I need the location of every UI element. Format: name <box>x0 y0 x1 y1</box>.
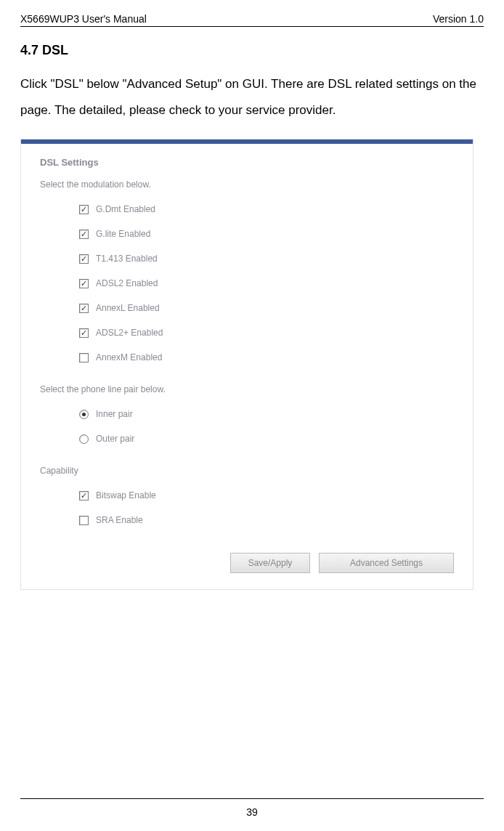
option-label: Inner pair <box>96 409 133 419</box>
option-label: AnnexM Enabled <box>96 352 162 362</box>
option-label: ADSL2+ Enabled <box>96 328 163 338</box>
checkbox-icon[interactable] <box>79 491 89 500</box>
radio-icon[interactable] <box>79 410 89 419</box>
checkbox-icon[interactable] <box>79 328 89 338</box>
page-footer: 39 <box>20 798 484 818</box>
phone-pair-option[interactable]: Outer pair <box>79 426 454 451</box>
option-label: ADSL2 Enabled <box>96 278 158 288</box>
button-row: Save/Apply Advanced Settings <box>40 553 454 573</box>
checkbox-icon[interactable] <box>79 230 89 239</box>
capability-option[interactable]: SRA Enable <box>79 508 454 532</box>
header-right: Version 1.0 <box>433 13 484 25</box>
modulation-option[interactable]: AnnexM Enabled <box>79 345 454 370</box>
checkbox-icon[interactable] <box>79 516 89 525</box>
checkbox-icon[interactable] <box>79 353 89 362</box>
page-number: 39 <box>246 806 258 818</box>
modulation-option[interactable]: ADSL2+ Enabled <box>79 320 454 345</box>
option-label: Bitswap Enable <box>96 490 156 500</box>
radio-icon[interactable] <box>79 434 89 444</box>
section-title: 4.7 DSL <box>20 43 484 58</box>
checkbox-icon[interactable] <box>79 304 89 313</box>
checkbox-icon[interactable] <box>79 279 89 288</box>
option-label: Outer pair <box>96 434 134 444</box>
option-label: AnnexL Enabled <box>96 303 160 313</box>
phone-pair-option[interactable]: Inner pair <box>79 402 454 426</box>
page-header: X5669WUP3 User's Manual Version 1.0 <box>20 13 484 27</box>
modulation-option[interactable]: G.lite Enabled <box>79 222 454 246</box>
option-label: T1.413 Enabled <box>96 254 158 264</box>
phone-pair-label: Select the phone line pair below. <box>40 384 454 394</box>
checkbox-icon[interactable] <box>79 254 89 264</box>
capability-option[interactable]: Bitswap Enable <box>79 483 454 508</box>
modulation-option[interactable]: AnnexL Enabled <box>79 296 454 320</box>
option-label: G.lite Enabled <box>96 229 150 239</box>
panel-heading: DSL Settings <box>40 157 454 168</box>
checkbox-icon[interactable] <box>79 205 89 214</box>
advanced-settings-button[interactable]: Advanced Settings <box>319 553 454 573</box>
body-paragraph: Click "DSL" below "Advanced Setup" on GU… <box>20 71 484 123</box>
modulation-label: Select the modulation below. <box>40 179 454 190</box>
option-label: SRA Enable <box>96 515 143 525</box>
dsl-settings-panel: DSL Settings Select the modulation below… <box>20 139 473 590</box>
modulation-option[interactable]: ADSL2 Enabled <box>79 271 454 296</box>
modulation-option[interactable]: T1.413 Enabled <box>79 246 454 271</box>
option-label: G.Dmt Enabled <box>96 204 155 214</box>
capability-label: Capability <box>40 466 454 476</box>
header-left: X5669WUP3 User's Manual <box>20 13 147 25</box>
modulation-option[interactable]: G.Dmt Enabled <box>79 197 454 222</box>
save-apply-button[interactable]: Save/Apply <box>230 553 310 573</box>
